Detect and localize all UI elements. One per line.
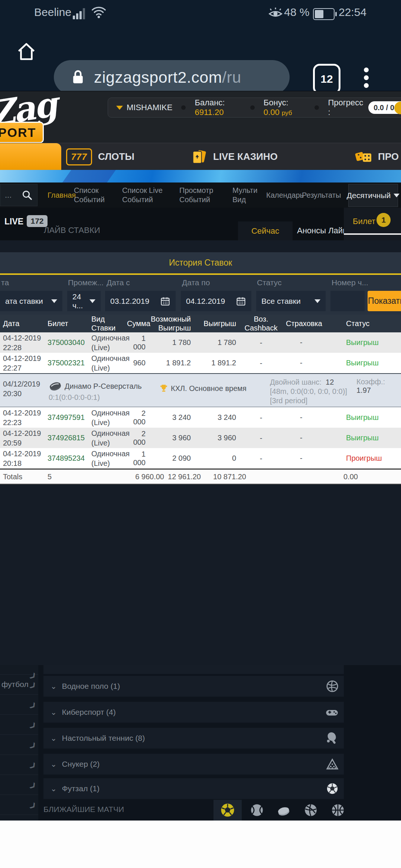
ticket-link[interactable]: 375003040 <box>45 338 88 347</box>
eye-comfort-icon <box>268 6 283 19</box>
sport-row-esports[interactable]: ⌄ Киберспорт (4) <box>43 702 344 723</box>
status-badge: Выигрыш <box>319 413 401 422</box>
sidebar-item[interactable]: ❯ <box>0 795 38 815</box>
event-teams: Динамо Р-Северсталь <box>65 382 142 391</box>
browser-menu-icon[interactable] <box>363 65 369 91</box>
username-label: MISHAMIKE <box>127 103 172 112</box>
ticket-number-input[interactable] <box>330 291 365 311</box>
sport-row-water-polo[interactable]: ⌄ Водное поло (1) <box>43 676 344 697</box>
sport-row-snooker[interactable]: ⌄ Снукер (2) <box>43 754 344 775</box>
water-polo-icon <box>326 680 339 693</box>
menu-item-live-event-list[interactable]: Список Live Событий <box>122 186 169 204</box>
menu-item-calendar[interactable]: Календарь <box>266 191 304 200</box>
sidebar-item[interactable]: ❯ <box>0 735 38 755</box>
active-nav-tab[interactable] <box>0 143 61 170</box>
balance-label: Баланс: 6911.20 <box>195 98 241 117</box>
calendar-icon[interactable] <box>160 296 170 306</box>
bet-detail-row[interactable]: 04/12/201920:30 Динамо Р-Северсталь 0:1(… <box>0 373 401 407</box>
sport-row-futsal[interactable]: ⌄ Футзал (1) <box>43 778 344 799</box>
url-bar[interactable]: zigzagsport2.com/ru <box>54 60 290 94</box>
table-row: 04-12-201920:18 374895234 Одиночная (Liv… <box>0 448 401 468</box>
browser-toolbar: zigzagsport2.com/ru 12 <box>0 26 401 91</box>
tab-live-announcements[interactable]: Анонсы Лайв <box>297 226 347 236</box>
clock-label: 22:54 <box>339 6 366 19</box>
sport-row-table-tennis[interactable]: ⌄ Настольный теннис (8) <box>43 728 344 749</box>
live-bets-toolbar: LIVE 172 ЛАЙВ СТАВКИ Сейчас Анонсы Лайв … <box>0 208 401 240</box>
site-header: Zag PORT MISHAMIKE Баланс: 6911.20 Бонус… <box>0 91 401 143</box>
ticket-link[interactable]: 375002321 <box>45 359 88 367</box>
sidebar-item[interactable]: ❯ <box>0 715 38 735</box>
phone-screen: Beeline 48 % 22:54 <box>0 0 401 868</box>
nav-item-slots[interactable]: 777 СЛОТЫ <box>66 143 134 170</box>
ticket-link[interactable]: 374895234 <box>45 454 88 463</box>
ticket-link[interactable]: 374926815 <box>45 434 88 442</box>
event-score: 0:1(0:0-0:0-0:1) <box>49 393 100 402</box>
bet-odds: Коэфф.: 1.97 <box>356 378 401 395</box>
history-filters: та Промеж... Дата с Дата по Статус Номер… <box>0 275 401 315</box>
bet-ticket-tab[interactable]: Билет 1 <box>344 208 401 240</box>
date-to-input[interactable]: 04.12.2019 <box>181 291 251 311</box>
sidebar-item[interactable]: ❯ <box>0 775 38 795</box>
main-nav: 777 СЛОТЫ LIVE КАЗИНО <box>0 143 401 170</box>
gamepad-icon <box>325 706 339 719</box>
event-league: КХЛ. Основное время <box>171 384 247 393</box>
search-placeholder: ... <box>5 190 12 200</box>
status-bar: Beeline 48 % 22:54 <box>0 0 401 26</box>
progress-label: Прогресс : <box>328 98 363 117</box>
sportsbook-menu: ... Главная Список Событий Список Live С… <box>0 183 401 208</box>
tab-counter-button[interactable]: 12 <box>313 64 340 94</box>
sport-row-partial[interactable] <box>43 665 344 674</box>
sidebar-item-football[interactable]: футбол❯ <box>0 675 38 695</box>
chevron-down-icon <box>314 299 320 303</box>
bet-selection: Двойной шанс: 12 [48m, 0:0(0:0, 0:0, 0:0… <box>270 378 349 405</box>
chevron-down-icon <box>394 194 400 197</box>
sport-filter-volleyball[interactable] <box>304 803 318 817</box>
sport-filter-basketball[interactable] <box>331 803 345 817</box>
date-from-input[interactable]: 03.12.2019 <box>105 291 176 311</box>
soccer-ball-icon <box>220 802 235 818</box>
chevron-down-icon: ⌄ <box>50 708 57 717</box>
chevron-down-icon <box>116 106 123 110</box>
nav-item-live-casino[interactable]: LIVE КАЗИНО <box>190 143 278 170</box>
sports-sidebar: ❯ футбол❯ ❯ ❯ ❯ ❯ ❯ ❯ <box>0 665 38 821</box>
filter-from-label: Дата с <box>107 278 130 287</box>
odds-format-select[interactable]: Десятичный <box>348 184 398 207</box>
show-button[interactable]: Показать <box>368 291 401 311</box>
section-title: ЛАЙВ СТАВКИ <box>44 226 100 235</box>
account-menu[interactable]: MISHAMIKE <box>116 103 172 112</box>
table-header-row: Дата Билет Вид Ставки Сумма Возможный Вы… <box>0 315 401 332</box>
nav-item-promo[interactable]: ПРО <box>355 143 399 170</box>
signal-icon <box>73 8 85 19</box>
dice-icon <box>355 149 372 165</box>
sport-filter-tennis[interactable] <box>250 803 264 817</box>
menu-item-event-list[interactable]: Список Событий <box>74 186 111 204</box>
bet-history-table: Дата Билет Вид Ставки Сумма Возможный Вы… <box>0 315 401 484</box>
ticket-link[interactable]: 374997591 <box>45 413 88 422</box>
search-input[interactable]: ... <box>0 184 38 206</box>
sport-filter-hockey[interactable] <box>277 805 291 817</box>
chevron-down-icon: ⌄ <box>50 760 57 769</box>
home-icon[interactable] <box>16 41 37 62</box>
sidebar-item[interactable]: ❯ <box>0 695 38 715</box>
promo-banner[interactable] <box>0 170 401 183</box>
upcoming-matches-label: БЛИЖАЙШИЕ МАТЧИ <box>43 805 124 814</box>
menu-item-results[interactable]: Результаты <box>302 191 341 200</box>
cards-icon <box>190 148 207 165</box>
snooker-icon <box>326 758 339 770</box>
sport-filter-football[interactable] <box>213 800 242 821</box>
sidebar-item[interactable]: ❯ <box>0 665 38 675</box>
table-row: 04-12-201920:59 374926815 Одиночная (Liv… <box>0 428 401 448</box>
tab-now[interactable]: Сейчас <box>238 221 293 240</box>
status-badge: Выигрыш <box>319 359 401 367</box>
ticket-label: Билет <box>353 217 375 226</box>
menu-item-event-view[interactable]: Просмотр Событий <box>179 186 222 204</box>
menu-item-multi-view[interactable]: Мульти Вид <box>232 186 262 204</box>
range-select[interactable]: 24 ч... <box>67 291 101 311</box>
table-row: 04-12-201922:27 375002321 Одиночная (Liv… <box>0 353 401 373</box>
menu-item-home[interactable]: Главная <box>48 191 76 200</box>
sidebar-item[interactable]: ❯ <box>0 755 38 775</box>
chevron-down-icon: ⌄ <box>50 682 57 691</box>
date-type-select[interactable]: ата ставки <box>0 291 62 311</box>
calendar-icon[interactable] <box>236 296 246 306</box>
status-select[interactable]: Все ставки <box>256 291 326 311</box>
